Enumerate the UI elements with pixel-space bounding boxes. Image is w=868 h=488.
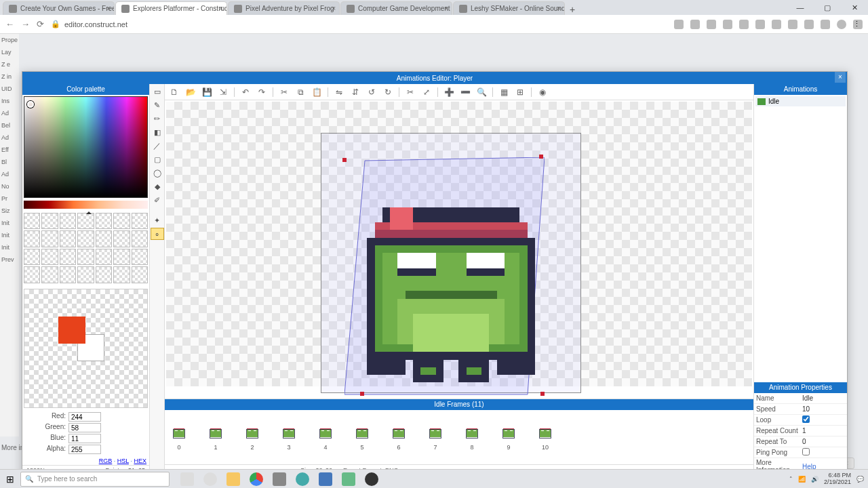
swatch[interactable] <box>113 213 130 229</box>
close-icon[interactable]: × <box>332 5 336 12</box>
mode-hsl[interactable]: HSL <box>117 458 129 464</box>
app-icon[interactable] <box>342 472 355 486</box>
save-icon[interactable]: 💾 <box>201 87 212 98</box>
undo-icon[interactable]: ↶ <box>240 87 251 98</box>
back-button[interactable]: ← <box>5 19 14 29</box>
swatch[interactable] <box>60 213 76 229</box>
ext-icon[interactable] <box>821 20 830 29</box>
swatch[interactable] <box>96 213 112 229</box>
dialog-title-bar[interactable]: Animations Editor: Player × <box>22 72 847 84</box>
swatch[interactable] <box>132 249 148 265</box>
browser-tab[interactable]: Pixel Adventure by Pixel Frog× <box>228 1 340 15</box>
close-icon[interactable]: × <box>557 5 561 12</box>
line-tool-icon[interactable]: ／ <box>151 140 164 152</box>
ext-icon[interactable] <box>707 20 716 29</box>
swatch[interactable] <box>24 230 40 247</box>
swatch[interactable] <box>77 249 94 265</box>
paste-icon[interactable]: 📋 <box>311 87 322 98</box>
frame-item[interactable]: 1 <box>207 424 224 451</box>
swatch[interactable] <box>41 213 58 229</box>
notifications-icon[interactable]: 💬 <box>856 476 864 483</box>
ext-icon[interactable] <box>690 20 700 29</box>
swatch[interactable] <box>77 230 94 247</box>
app-icon[interactable] <box>319 472 332 486</box>
browser-tab-active[interactable]: Explorers Platformer - Construct× <box>115 1 227 15</box>
fill-tool-icon[interactable]: ◆ <box>151 180 164 192</box>
close-icon[interactable]: × <box>444 5 448 12</box>
app-icon[interactable] <box>365 472 378 486</box>
window-minimize-button[interactable]: — <box>787 0 814 15</box>
app-icon[interactable] <box>273 472 286 486</box>
alpha-input[interactable] <box>68 445 101 454</box>
poly-handle[interactable] <box>539 155 543 159</box>
red-input[interactable] <box>68 412 101 422</box>
prop-pingpong-checkbox[interactable] <box>802 448 810 455</box>
swatch[interactable] <box>41 266 58 283</box>
window-maximize-button[interactable]: ▢ <box>814 0 841 15</box>
frame-item[interactable]: 2 <box>243 424 261 451</box>
swatch[interactable] <box>77 266 94 283</box>
mode-rgb[interactable]: RGB <box>99 458 113 464</box>
prop-name[interactable]: Idle <box>800 394 847 403</box>
ext-icon[interactable] <box>723 20 732 29</box>
swatch[interactable] <box>24 266 40 283</box>
rotate-ccw-icon[interactable]: ↺ <box>366 87 377 98</box>
prop-repeat-to[interactable]: 0 <box>800 437 847 446</box>
origin-tool-icon[interactable]: ✦ <box>151 214 164 226</box>
crop-icon[interactable]: ✂ <box>405 87 416 98</box>
grid-icon[interactable]: ▦ <box>498 87 509 98</box>
blue-input[interactable] <box>68 434 101 443</box>
swatch[interactable] <box>60 266 76 283</box>
preview-icon[interactable]: ◉ <box>537 87 548 98</box>
swatch[interactable] <box>41 230 58 247</box>
export-icon[interactable]: ⇲ <box>218 87 229 98</box>
swatch[interactable] <box>113 266 130 283</box>
cortana-icon[interactable] <box>203 472 217 486</box>
volume-icon[interactable]: 🔊 <box>811 476 818 483</box>
grid-options-icon[interactable]: ⊞ <box>515 87 526 98</box>
close-icon[interactable]: × <box>219 5 223 12</box>
browser-tab[interactable]: Computer Game Development W× <box>340 1 452 15</box>
select-tool-icon[interactable]: ▭ <box>151 85 164 98</box>
ext-icon[interactable] <box>788 20 797 29</box>
animations-list[interactable]: Idle <box>754 95 847 382</box>
explorer-icon[interactable] <box>226 472 240 486</box>
new-tab-button[interactable]: + <box>566 4 579 15</box>
tray-chevron-icon[interactable]: ˄ <box>789 476 793 483</box>
pencil-tool-icon[interactable]: ✎ <box>151 99 164 111</box>
close-icon[interactable]: × <box>106 5 111 12</box>
start-button[interactable]: ⊞ <box>0 474 20 485</box>
swatch[interactable] <box>113 249 130 265</box>
zoom-out-icon[interactable]: ➖ <box>460 87 471 98</box>
swatch[interactable] <box>24 249 40 265</box>
hue-slider[interactable] <box>24 201 148 209</box>
resize-icon[interactable]: ⤢ <box>421 87 432 98</box>
ellipse-tool-icon[interactable]: ◯ <box>151 167 164 179</box>
zoom-fit-icon[interactable]: 🔍 <box>476 87 487 98</box>
chrome-icon[interactable] <box>250 472 263 486</box>
clock-date[interactable]: 2/19/2021 <box>824 479 851 486</box>
app-icon[interactable] <box>296 472 309 486</box>
window-close-button[interactable]: ✕ <box>841 0 868 15</box>
eraser-tool-icon[interactable]: ◧ <box>151 126 164 138</box>
dialog-close-button[interactable]: × <box>835 72 846 83</box>
rotate-cw-icon[interactable]: ↻ <box>382 87 393 98</box>
prop-repeat-count[interactable]: 1 <box>800 426 847 435</box>
zoom-in-icon[interactable]: ➕ <box>443 87 454 98</box>
flip-h-icon[interactable]: ⇋ <box>334 87 344 98</box>
brush-tool-icon[interactable]: ✏ <box>151 113 164 125</box>
flip-v-icon[interactable]: ⇵ <box>350 87 361 98</box>
frame-item[interactable]: 6 <box>390 424 408 451</box>
frame-item[interactable]: 3 <box>280 424 298 451</box>
green-input[interactable] <box>68 423 101 432</box>
frame-item[interactable]: 8 <box>463 424 481 451</box>
swatch[interactable] <box>113 230 130 247</box>
ext-icon[interactable] <box>772 20 781 29</box>
canvas-viewport[interactable] <box>165 100 753 399</box>
ext-icon[interactable] <box>804 20 814 29</box>
swatch[interactable] <box>60 230 76 247</box>
swatch[interactable] <box>41 249 58 265</box>
frame-item[interactable]: 4 <box>317 424 334 451</box>
rect-tool-icon[interactable]: ▢ <box>151 153 164 165</box>
avatar-icon[interactable] <box>837 20 846 29</box>
